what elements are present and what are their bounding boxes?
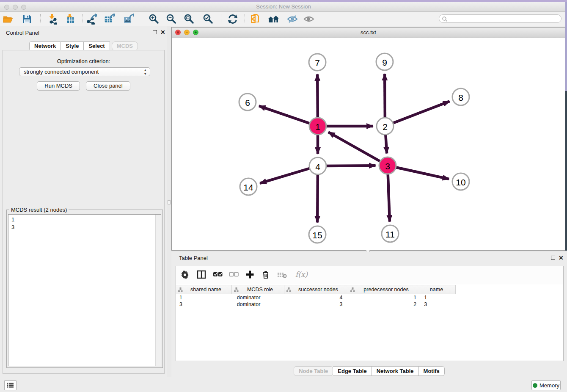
mcds-result-text: 1 3 bbox=[11, 216, 14, 231]
network-maximize-button[interactable]: + bbox=[193, 30, 198, 35]
desktop-edge-right-bottom bbox=[565, 91, 567, 251]
table-close-icon[interactable]: ✕ bbox=[559, 254, 564, 261]
edge-3-10[interactable] bbox=[388, 166, 449, 179]
node-label-9: 9 bbox=[382, 58, 387, 67]
import-table-icon[interactable] bbox=[64, 14, 76, 25]
status-bar: Memory bbox=[0, 377, 567, 392]
split-column-icon[interactable] bbox=[197, 270, 206, 281]
control-tab-style[interactable]: Style bbox=[61, 41, 84, 51]
toolbar-separator bbox=[83, 14, 83, 24]
table-cell: 1 bbox=[176, 295, 232, 301]
node-label-11: 11 bbox=[385, 229, 395, 239]
column-header-MCDS-role[interactable]: MCDS role bbox=[232, 285, 284, 294]
optimization-label: Optimization criterion: bbox=[3, 58, 164, 64]
search-input[interactable] bbox=[439, 14, 561, 23]
network-minimize-button[interactable]: − bbox=[184, 30, 190, 35]
search-icon bbox=[442, 16, 448, 22]
zoom-window-button[interactable] bbox=[21, 5, 26, 10]
save-session-icon[interactable] bbox=[21, 14, 33, 25]
run-mcds-button[interactable]: Run MCDS bbox=[37, 81, 80, 91]
table-row[interactable]: 1dominator411 bbox=[176, 295, 455, 301]
memory-label: Memory bbox=[539, 382, 559, 389]
node-table-container: f(x) shared nameMCDS rolesuccessor nodes… bbox=[176, 266, 564, 361]
function-builder-icon[interactable]: f(x) bbox=[295, 270, 310, 281]
toolbar-separator bbox=[245, 14, 245, 24]
float-panel-icon[interactable] bbox=[153, 30, 157, 34]
column-header-shared-name[interactable]: shared name bbox=[176, 285, 232, 294]
node-label-2: 2 bbox=[383, 122, 388, 132]
table-toolbar: f(x) bbox=[176, 266, 563, 284]
column-header-name[interactable]: name bbox=[420, 285, 456, 294]
application-window: Session: New Session Control Panel ✕ Net… bbox=[0, 0, 567, 392]
hide-panel-icon[interactable] bbox=[287, 14, 299, 25]
table-cell: 1 bbox=[348, 295, 420, 301]
table-cell: 3 bbox=[420, 301, 455, 308]
network-canvas[interactable]: 7968124314101511 bbox=[172, 38, 565, 250]
table-cell: dominator bbox=[232, 295, 284, 301]
mcds-panel: Optimization criterion: strongly connect… bbox=[3, 50, 165, 374]
control-panel: Control Panel ✕ NetworkStyleSelectMCDS O… bbox=[0, 26, 167, 377]
export-table-icon[interactable] bbox=[104, 14, 116, 25]
memory-button[interactable]: Memory bbox=[531, 380, 561, 390]
table-tabs: Node TableEdge TableNetwork TableMotifs bbox=[171, 366, 567, 376]
close-panel-button[interactable]: Close panel bbox=[86, 81, 130, 91]
table-tab-motifs[interactable]: Motifs bbox=[419, 366, 445, 376]
table-cell: 2 bbox=[348, 301, 420, 308]
network-close-button[interactable]: ✕ bbox=[175, 30, 181, 35]
control-panel-header: Control Panel ✕ bbox=[0, 26, 167, 39]
window-titlebar[interactable]: Session: New Session bbox=[0, 2, 567, 12]
column-header-successor-nodes[interactable]: successor nodes bbox=[284, 285, 348, 294]
mcds-result-textarea[interactable]: 1 3 bbox=[8, 214, 161, 366]
home-layout-icon[interactable] bbox=[268, 14, 280, 25]
result-scrollbar[interactable] bbox=[155, 215, 161, 366]
vertical-splitter[interactable] bbox=[167, 26, 171, 377]
table-tab-node-table[interactable]: Node Table bbox=[294, 366, 333, 376]
zoom-fit-icon[interactable] bbox=[183, 14, 195, 25]
zoom-out-icon[interactable] bbox=[165, 14, 177, 25]
minimize-window-button[interactable] bbox=[13, 5, 18, 10]
control-panel-title: Control Panel bbox=[6, 30, 39, 36]
open-session-icon[interactable] bbox=[3, 14, 14, 25]
zoom-in-icon[interactable] bbox=[148, 14, 160, 25]
table-header-row: shared nameMCDS rolesuccessor nodesprede… bbox=[176, 285, 456, 294]
export-network-icon[interactable] bbox=[86, 14, 98, 25]
node-label-6: 6 bbox=[245, 98, 250, 108]
table-row[interactable]: 3dominator323 bbox=[176, 301, 455, 308]
add-column-icon[interactable] bbox=[245, 270, 255, 281]
memory-status-icon bbox=[533, 383, 537, 388]
delete-table-icon[interactable] bbox=[277, 270, 288, 281]
node-label-8: 8 bbox=[458, 93, 463, 102]
edge-1-6[interactable] bbox=[259, 106, 318, 126]
task-history-button[interactable] bbox=[4, 380, 17, 390]
edge-3-1[interactable] bbox=[328, 132, 388, 166]
node-label-1: 1 bbox=[315, 122, 320, 132]
column-header-predecessor-nodes[interactable]: predecessor nodes bbox=[348, 285, 420, 294]
control-tab-network[interactable]: Network bbox=[29, 41, 61, 51]
optimization-dropdown[interactable]: strongly connected component ▲▼ bbox=[19, 67, 150, 76]
control-tab-select[interactable]: Select bbox=[84, 41, 110, 51]
table-float-icon[interactable] bbox=[551, 256, 555, 260]
import-network-icon[interactable] bbox=[46, 14, 58, 25]
zoom-selected-icon[interactable] bbox=[202, 14, 214, 25]
table-settings-icon[interactable] bbox=[181, 270, 190, 281]
table-tab-network-table[interactable]: Network Table bbox=[372, 366, 419, 376]
network-graph: 7968124314101511 bbox=[172, 38, 565, 250]
control-tab-mcds[interactable]: MCDS bbox=[112, 41, 138, 51]
deselect-all-icon[interactable] bbox=[229, 270, 239, 281]
table-tab-edge-table[interactable]: Edge Table bbox=[333, 366, 372, 376]
toolbar-separator bbox=[221, 14, 221, 24]
export-image-icon[interactable] bbox=[123, 14, 135, 25]
desktop-edge-right-top bbox=[565, 2, 567, 91]
select-all-icon[interactable] bbox=[213, 270, 223, 281]
delete-column-icon[interactable] bbox=[261, 270, 271, 281]
open-doc-share-icon[interactable] bbox=[250, 14, 262, 25]
edge-2-8[interactable] bbox=[385, 101, 449, 126]
show-panel-icon[interactable] bbox=[303, 14, 315, 25]
close-window-button[interactable] bbox=[4, 5, 9, 10]
refresh-layout-icon[interactable] bbox=[227, 14, 239, 25]
network-window-titlebar[interactable]: ✕ − + scc.txt bbox=[172, 28, 565, 38]
table-panel-title: Table Panel bbox=[179, 255, 208, 261]
table-panel: Table Panel ✕ f(x) shared nameMCDS roles… bbox=[171, 252, 567, 377]
node-label-10: 10 bbox=[456, 177, 465, 187]
close-panel-icon[interactable]: ✕ bbox=[160, 29, 165, 36]
